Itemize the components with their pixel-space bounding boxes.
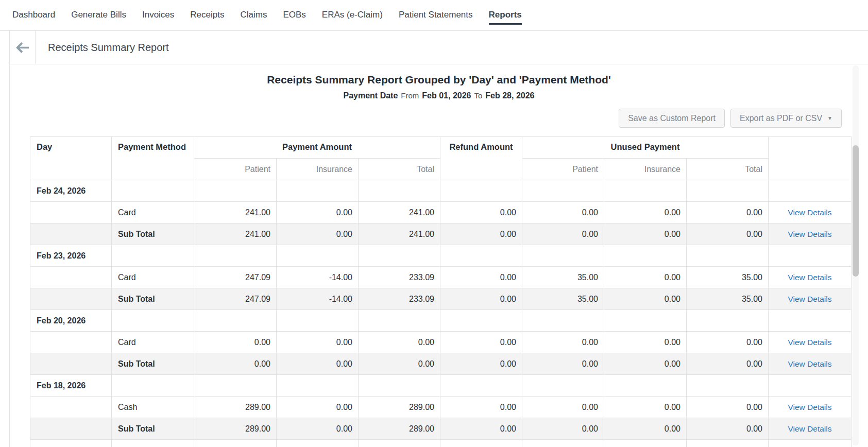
view-details-link[interactable]: View Details — [788, 208, 832, 217]
nav-item-reports[interactable]: Reports — [489, 6, 522, 25]
amount-cell: 0.00 — [522, 397, 604, 418]
save-custom-report-button[interactable]: Save as Custom Report — [619, 109, 725, 128]
details-cell: View Details — [769, 267, 852, 288]
view-details-link[interactable]: View Details — [788, 424, 832, 433]
amount-cell: 0.00 — [277, 397, 359, 418]
nav-item-invoices[interactable]: Invoices — [142, 6, 174, 25]
view-details-link[interactable]: View Details — [788, 295, 832, 303]
group-date-row: Feb 23, 2026 — [30, 245, 852, 267]
empty-cell — [112, 245, 194, 267]
group-date-cell: Feb 18, 2026 — [30, 375, 112, 397]
empty-cell — [359, 180, 440, 202]
column-header-payment-amount: Payment Amount — [194, 137, 440, 159]
nav-item-claims[interactable]: Claims — [240, 6, 267, 25]
empty-cell — [522, 245, 604, 267]
empty-cell — [30, 224, 112, 245]
empty-cell — [30, 397, 112, 418]
subtotal-row: Sub Total0.000.000.000.000.000.000.00Vie… — [30, 353, 852, 375]
empty-cell — [440, 180, 522, 202]
export-button[interactable]: Export as PDF or CSV ▼ — [730, 109, 842, 128]
subtotal-label-cell: Sub Total — [112, 224, 194, 245]
subtotal-amount-cell: 0.00 — [277, 353, 359, 375]
view-details-link[interactable]: View Details — [788, 230, 832, 238]
subtotal-amount-cell: 0.00 — [687, 353, 769, 375]
amount-cell: 0.00 — [604, 397, 687, 418]
empty-cell — [30, 288, 112, 310]
nav-item-generate-bills[interactable]: Generate Bills — [71, 6, 126, 25]
subtotal-amount-cell: 0.00 — [277, 418, 359, 440]
nav-item-eobs[interactable]: EOBs — [283, 6, 305, 25]
empty-cell — [687, 180, 769, 202]
empty-cell — [112, 310, 194, 332]
amount-cell: 0.00 — [687, 332, 769, 353]
report-table-body: Feb 24, 2026Card241.000.00241.000.000.00… — [30, 180, 852, 447]
subtotal-amount-cell: -14.00 — [277, 288, 359, 310]
nav-item-receipts[interactable]: Receipts — [190, 6, 224, 25]
empty-cell — [194, 180, 277, 202]
subtotal-amount-cell: 0.00 — [440, 418, 522, 440]
save-custom-report-label: Save as Custom Report — [628, 114, 716, 123]
page-header: Receipts Summary Report — [10, 31, 868, 64]
amount-cell: 289.00 — [194, 397, 277, 418]
back-arrow-icon — [16, 42, 29, 53]
column-header-payment-method: Payment Method — [112, 137, 194, 180]
empty-cell — [30, 202, 112, 224]
subtotal-amount-cell: 0.00 — [522, 224, 604, 245]
vertical-scrollbar-thumb[interactable] — [853, 145, 859, 277]
nav-item-eras-e-claim[interactable]: ERAs (e-Claim) — [322, 6, 383, 25]
empty-cell — [112, 180, 194, 202]
subtotal-amount-cell: 0.00 — [440, 224, 522, 245]
empty-cell — [687, 375, 769, 397]
report-date-filter: Payment DateFromFeb 01, 2026ToFeb 28, 20… — [10, 90, 868, 101]
amount-cell: 0.00 — [440, 202, 522, 224]
payment-method-cell: Cash — [112, 397, 194, 418]
amount-cell: 0.00 — [194, 332, 277, 353]
subcolumn-payment-patient: Patient — [194, 159, 277, 180]
subcolumn-payment-total: Total — [359, 159, 440, 180]
content-panel: Receipts Summary Report Receipts Summary… — [9, 31, 868, 447]
column-header-unused-payment: Unused Payment — [522, 137, 769, 159]
vertical-scrollbar-track[interactable] — [853, 65, 859, 445]
empty-cell — [522, 440, 604, 447]
amount-cell: 0.00 — [440, 267, 522, 288]
payment-row: Card241.000.00241.000.000.000.000.00View… — [30, 202, 852, 224]
subtotal-amount-cell: 0.00 — [359, 353, 440, 375]
empty-cell — [30, 267, 112, 288]
report-area: Receipts Summary Report Grouped by 'Day'… — [10, 64, 868, 447]
details-cell: View Details — [769, 397, 852, 418]
empty-cell — [769, 245, 852, 267]
view-details-link[interactable]: View Details — [788, 338, 832, 347]
view-details-link[interactable]: View Details — [788, 359, 832, 368]
subcolumn-unused-insurance: Insurance — [604, 159, 687, 180]
back-button[interactable] — [10, 31, 36, 64]
details-cell: View Details — [769, 353, 852, 375]
empty-cell — [604, 245, 687, 267]
empty-cell — [30, 353, 112, 375]
subtotal-amount-cell: 0.00 — [604, 418, 687, 440]
amount-cell: 0.00 — [440, 332, 522, 353]
amount-cell: 247.09 — [194, 267, 277, 288]
view-details-link[interactable]: View Details — [788, 273, 832, 282]
view-details-link[interactable]: View Details — [788, 403, 832, 411]
subtotal-label-cell: Sub Total — [112, 288, 194, 310]
filter-to-date: Feb 28, 2026 — [485, 91, 534, 100]
group-date-cell: Feb 23, 2026 — [30, 245, 112, 267]
empty-cell — [277, 375, 359, 397]
report-actions: Save as Custom Report Export as PDF or C… — [10, 109, 842, 128]
amount-cell: 241.00 — [194, 202, 277, 224]
nav-item-patient-statements[interactable]: Patient Statements — [399, 6, 473, 25]
subtotal-amount-cell: 289.00 — [194, 418, 277, 440]
empty-cell — [522, 375, 604, 397]
empty-cell — [769, 180, 852, 202]
amount-cell: 0.00 — [522, 332, 604, 353]
subtotal-amount-cell: 0.00 — [440, 353, 522, 375]
group-date-row: Feb 24, 2026 — [30, 180, 852, 202]
column-header-refund-amount: Refund Amount — [440, 137, 522, 180]
empty-cell — [194, 245, 277, 267]
empty-cell — [440, 375, 522, 397]
subtotal-amount-cell: 0.00 — [604, 288, 687, 310]
partial-next-row — [30, 440, 852, 447]
nav-item-dashboard[interactable]: Dashboard — [12, 6, 55, 25]
receipts-summary-table: Day Payment Method Payment Amount Refund… — [30, 136, 852, 447]
empty-cell — [522, 310, 604, 332]
